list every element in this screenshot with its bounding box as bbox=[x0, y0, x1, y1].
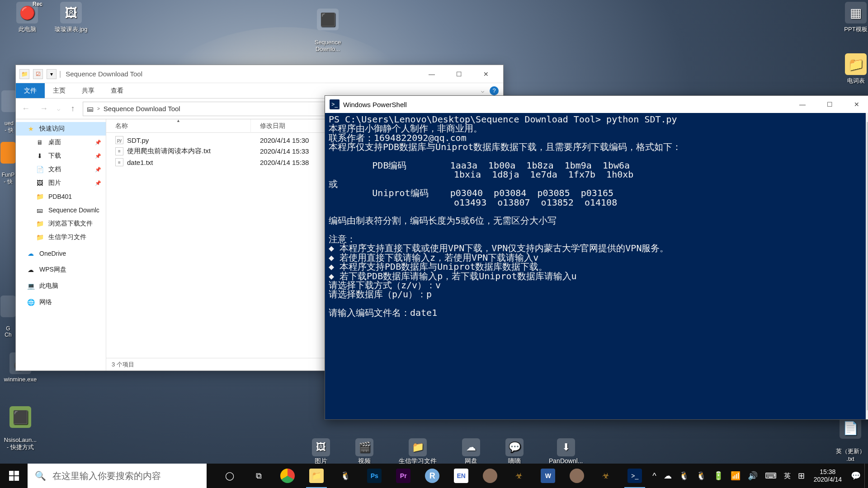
minimize-button[interactable]: — bbox=[789, 96, 816, 113]
task-qq-button[interactable]: 🐧 bbox=[331, 464, 359, 488]
tray-chevron-up[interactable]: ^ bbox=[649, 464, 660, 488]
chevron-up-icon: ^ bbox=[652, 471, 656, 481]
qat-checkbox-icon[interactable]: ☑ bbox=[33, 69, 43, 79]
pin-icon: 📌 bbox=[95, 140, 101, 145]
show-desktop-button[interactable] bbox=[864, 464, 868, 488]
task-photoshop-button[interactable]: Ps bbox=[360, 464, 388, 488]
tray-ime-switch-icon[interactable]: ⌨ bbox=[761, 464, 780, 488]
nav-this-pc[interactable]: 💻此电脑 bbox=[16, 279, 106, 293]
task-premiere-button[interactable]: Pr bbox=[389, 464, 417, 488]
nav-forward-button[interactable]: → bbox=[36, 101, 52, 117]
powershell-output[interactable]: PS C:\Users\Lenovo\Desktop\Sequence Down… bbox=[325, 113, 868, 419]
task-cortana-button[interactable]: ◯ bbox=[216, 464, 244, 488]
nav-label: 图片 bbox=[48, 179, 61, 187]
nav-up-button[interactable]: ↑ bbox=[65, 101, 81, 117]
tray-input-icon[interactable]: ⊞ bbox=[794, 464, 808, 488]
nav-desktop[interactable]: 🖥桌面📌 bbox=[16, 136, 106, 149]
seq-dl-folder-icon[interactable]: ⬛ Sequence Downlo... bbox=[307, 2, 348, 52]
svg-rect-0 bbox=[9, 471, 14, 475]
nav-network[interactable]: 🌐网络 bbox=[16, 296, 106, 309]
scrollbar[interactable]: ▲ ▼ bbox=[866, 113, 868, 419]
minimize-button[interactable]: — bbox=[418, 65, 445, 83]
nav-downloads[interactable]: ⬇下载📌 bbox=[16, 149, 106, 163]
close-button[interactable]: ✕ bbox=[843, 96, 868, 113]
nsiso-launcher-icon[interactable]: ⬛ NsisoLaun... - 快捷方式 bbox=[0, 399, 41, 451]
dict-folder-icon[interactable]: 📁 电词表 bbox=[835, 53, 868, 85]
help-icon[interactable]: ? bbox=[490, 86, 499, 95]
ribbon-expand-icon[interactable]: ⌵ bbox=[478, 86, 487, 95]
shortcut-pictures[interactable]: 🖼图片 bbox=[312, 438, 330, 464]
nav-documents[interactable]: 📄文档📌 bbox=[16, 163, 106, 176]
nav-biostudy[interactable]: 📁生信学习文件 bbox=[16, 230, 106, 244]
powershell-titlebar[interactable]: >_ Windows PowerShell — ☐ ✕ bbox=[325, 96, 868, 113]
task-rstudio-button[interactable]: R bbox=[418, 464, 446, 488]
ribbon-tab-share[interactable]: 共享 bbox=[74, 83, 103, 98]
tray-weather-icon[interactable]: ☁ bbox=[660, 464, 675, 488]
task-word-button[interactable]: W bbox=[534, 464, 562, 488]
task-chrome-button[interactable] bbox=[274, 464, 302, 488]
nav-pictures[interactable]: 🖼图片📌 bbox=[16, 176, 106, 190]
windows-icon bbox=[9, 471, 19, 481]
search-input[interactable]: 🔍 在这里输入你要搜索的内容 bbox=[28, 464, 207, 488]
this-pc-icon[interactable]: 🔴 此电脑 bbox=[7, 2, 47, 33]
nav-quick-access[interactable]: ★快速访问 bbox=[16, 122, 106, 136]
nav-pdb401[interactable]: 📁PDB401 bbox=[16, 190, 106, 203]
task-virus2-button[interactable]: ☣ bbox=[592, 464, 620, 488]
task-enote-button[interactable]: EN bbox=[447, 464, 475, 488]
ribbon-tab-view[interactable]: 查看 bbox=[103, 83, 132, 98]
nav-history-dropdown[interactable]: ⌵ bbox=[54, 101, 63, 117]
en-icon: EN bbox=[454, 469, 468, 483]
nav-wps[interactable]: ☁WPS网盘 bbox=[16, 263, 106, 277]
system-tray: ^ ☁ 🐧 🐧 🔋 📶 🔊 ⌨ 英 ⊞ 15:38 2020/4/14 💬 bbox=[649, 464, 868, 488]
tray-notifications-button[interactable]: 💬 bbox=[847, 464, 864, 488]
task-powershell-button[interactable]: >_ bbox=[621, 464, 649, 488]
hidden-icon-ch[interactable]: G Ch bbox=[0, 289, 16, 338]
xuanxuan-jpg-icon[interactable]: 🖼 璇璇课表.jpg bbox=[51, 2, 91, 33]
folder-icon: 📁 bbox=[36, 233, 44, 241]
icon-label: 电词表 bbox=[847, 77, 865, 84]
task-app2-button[interactable] bbox=[563, 464, 591, 488]
file-name: SDT.py bbox=[127, 136, 149, 144]
scroll-down-icon[interactable]: ▼ bbox=[866, 410, 868, 419]
close-button[interactable]: ✕ bbox=[472, 65, 500, 83]
download-icon: ⬇ bbox=[557, 438, 575, 456]
tray-volume-icon[interactable]: 🔊 bbox=[744, 464, 761, 488]
tray-qq2-icon[interactable]: 🐧 bbox=[693, 464, 710, 488]
shortcut-bibi[interactable]: 💬嘀嘀 bbox=[505, 438, 524, 464]
wifi-icon: 📶 bbox=[731, 471, 741, 481]
scroll-up-icon[interactable]: ▲ bbox=[866, 113, 868, 122]
shortcut-video[interactable]: 🎬视频 bbox=[355, 438, 373, 464]
hidden-icon-funp[interactable]: FunP - 快 bbox=[0, 136, 16, 186]
task-view-button[interactable]: ⧉ bbox=[245, 464, 273, 488]
task-app1-button[interactable] bbox=[476, 464, 504, 488]
ribbon-tab-home[interactable]: 主页 bbox=[45, 83, 74, 98]
col-name[interactable]: ▲名称 bbox=[106, 119, 251, 133]
ppt-template-icon[interactable]: ▦ PPT模板 bbox=[835, 2, 868, 33]
chat-icon: 💬 bbox=[505, 438, 524, 456]
tray-battery-icon[interactable]: 🔋 bbox=[710, 464, 727, 488]
breadcrumb-folder[interactable]: Sequence Download Tool bbox=[104, 105, 180, 113]
maximize-button[interactable]: ☐ bbox=[816, 96, 843, 113]
clock-date: 2020/4/14 bbox=[814, 476, 842, 483]
tray-ime-lang[interactable]: 英 bbox=[780, 464, 794, 488]
video-icon: 🎬 bbox=[355, 438, 373, 456]
nav-back-button[interactable]: ← bbox=[18, 101, 34, 117]
task-explorer-button[interactable]: 📁 bbox=[302, 464, 330, 488]
maximize-button[interactable]: ☐ bbox=[445, 65, 472, 83]
nav-seqdl[interactable]: 🖴Sequence Downlc bbox=[16, 203, 106, 217]
nav-onedrive[interactable]: ☁OneDrive bbox=[16, 247, 106, 260]
start-button[interactable] bbox=[0, 464, 28, 488]
nav-label: WPS网盘 bbox=[39, 266, 66, 274]
minecraft-icon: ⬛ bbox=[9, 406, 31, 428]
shortcut-netdisk[interactable]: ☁网盘 bbox=[462, 438, 480, 464]
nav-browser-dl[interactable]: 📁浏览器下载文件 bbox=[16, 217, 106, 230]
task-virus1-button[interactable]: ☣ bbox=[505, 464, 533, 488]
shortcut-pandownload[interactable]: ⬇PanDownl... bbox=[549, 438, 583, 464]
tray-qq-icon[interactable]: 🐧 bbox=[675, 464, 693, 488]
ribbon-tab-file[interactable]: 文件 bbox=[16, 83, 45, 98]
tray-clock[interactable]: 15:38 2020/4/14 bbox=[808, 464, 847, 488]
qat-dropdown-icon[interactable]: ▾ bbox=[47, 69, 57, 79]
explorer-titlebar[interactable]: 📁 ☑ ▾ | Sequence Download Tool — ☐ ✕ bbox=[16, 65, 503, 83]
shortcut-biostudy[interactable]: 📁生信学习文件 bbox=[399, 438, 437, 464]
tray-wifi-icon[interactable]: 📶 bbox=[727, 464, 744, 488]
